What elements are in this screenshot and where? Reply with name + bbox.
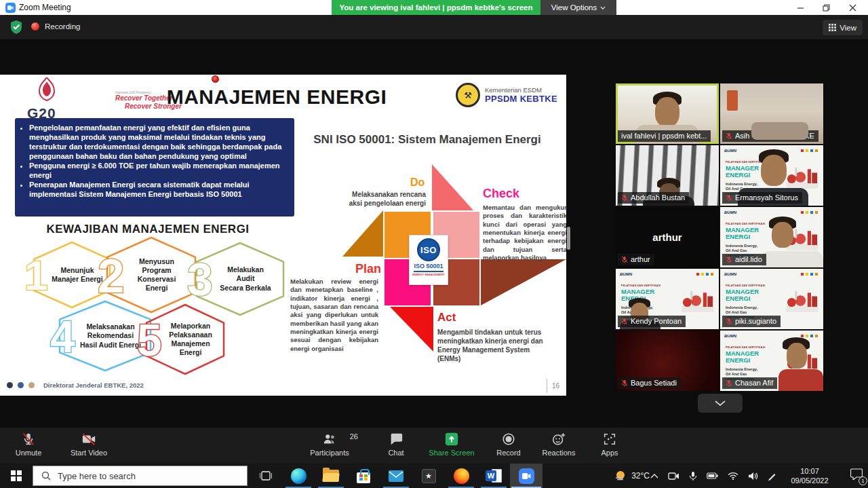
- chevron-down-icon: [600, 6, 606, 10]
- taskbar-mail[interactable]: [380, 464, 412, 488]
- participant-name-label: piki.sugianto: [722, 316, 781, 327]
- word-icon: W: [486, 468, 502, 483]
- participant-tile[interactable]: BUMN PELATIHAN DAN SERTIFIKASI MANAGER E…: [720, 269, 823, 329]
- participants-icon: [321, 432, 338, 447]
- reactions-button[interactable]: Reactions: [538, 432, 579, 457]
- taskbar-word[interactable]: W: [477, 464, 510, 488]
- taskbar-photos[interactable]: ★: [412, 464, 445, 488]
- taskbar-store[interactable]: [347, 464, 380, 488]
- camera-off-icon: [81, 432, 97, 447]
- taskbar-firefox[interactable]: [445, 464, 477, 488]
- photos-icon: ★: [422, 469, 436, 483]
- chevron-down-icon: [715, 400, 726, 406]
- minimize-button[interactable]: [787, 0, 814, 15]
- tray-battery-icon[interactable]: [707, 464, 718, 488]
- muted-mic-icon: [621, 318, 628, 325]
- pdca-act-text: Mengambil tindakan untuk terus meningkat…: [437, 328, 549, 363]
- notification-badge: 1: [859, 476, 867, 485]
- taskbar-edge[interactable]: [282, 464, 315, 488]
- muted-mic-icon: [726, 256, 732, 263]
- start-button[interactable]: [0, 464, 33, 488]
- taskbar-file-explorer[interactable]: [315, 464, 347, 488]
- participant-name-label: Abdullah Bustan: [618, 192, 689, 204]
- participant-name-label: Bagus Setiadi: [618, 377, 681, 389]
- restore-button[interactable]: [812, 0, 840, 15]
- participant-tile[interactable]: Bagus Setiadi: [616, 331, 719, 391]
- pdca-plan-label: Plan: [355, 262, 381, 276]
- unmute-button[interactable]: Unmute: [7, 432, 50, 457]
- pdca-plan-text: Melakukan review energi dan menetapkan b…: [290, 278, 378, 353]
- window-title: Zoom Meeting: [19, 3, 71, 12]
- meeting-header-bar: Recording View: [0, 15, 868, 39]
- participant-name-label: Kendy Pontoan: [618, 316, 686, 327]
- participant-tile[interactable]: ival fahlevi | ppsdm kebt...: [616, 83, 719, 144]
- search-icon: [41, 471, 51, 481]
- zoom-app-icon: [5, 3, 16, 13]
- participant-name-label: Ermansyah Sitorus: [722, 192, 802, 204]
- participant-name-label: arthur: [618, 254, 654, 265]
- view-layout-button[interactable]: View: [823, 20, 863, 35]
- taskbar-apps: ★ W: [282, 464, 542, 488]
- shared-screen-slide: G20 INDONESIA 2022 Indonesia G20 Preside…: [0, 75, 566, 396]
- view-options-button[interactable]: View Options: [540, 0, 616, 15]
- obligation-hexagons: 1Menunjuk Manajer Energi 2Menyusun Progr…: [0, 75, 298, 396]
- store-icon: [357, 472, 370, 483]
- slide-footer: Direktorat Jenderal EBTKE, 2022: [7, 381, 144, 389]
- taskbar-zoom[interactable]: [510, 464, 542, 488]
- muted-mic-icon: [621, 379, 628, 387]
- taskbar-weather[interactable]: 32°C: [614, 464, 650, 488]
- task-view-button[interactable]: [252, 464, 279, 488]
- search-input[interactable]: [58, 471, 227, 481]
- page-number-divider: [547, 379, 547, 393]
- participant-name-label: ival fahlevi | ppsdm kebt...: [618, 130, 711, 142]
- tray-speaker-icon[interactable]: [748, 464, 758, 488]
- mail-icon: [389, 470, 403, 482]
- clock-time: 10:07: [785, 466, 834, 476]
- tray-mic-icon[interactable]: [689, 464, 697, 488]
- record-button[interactable]: Record: [492, 432, 525, 457]
- reactions-icon: [551, 432, 566, 447]
- taskbar-search[interactable]: [33, 466, 248, 486]
- record-icon: [501, 432, 516, 447]
- pdca-act-label: Act: [437, 311, 456, 324]
- tray-camera-icon[interactable]: [668, 464, 679, 488]
- participant-name-label: Chasan Afif: [722, 377, 777, 389]
- participant-tile[interactable]: BUMN PELATIHAN DAN SERTIFIKASI MANAGER E…: [616, 269, 719, 329]
- action-center-button[interactable]: 1: [850, 468, 863, 483]
- participants-button[interactable]: 26 Participants: [305, 432, 354, 457]
- participant-name-label: Asih - PPSDM KEBTKE: [722, 130, 818, 142]
- share-scrollbar[interactable]: [567, 227, 570, 250]
- participant-tile[interactable]: Abdullah Bustan: [616, 145, 719, 206]
- refinery-illustration: [680, 286, 715, 315]
- apps-button[interactable]: Apps: [594, 432, 625, 457]
- collapse-panel-button[interactable]: [698, 394, 743, 413]
- esdm-emblem-icon: ⚒: [456, 83, 480, 107]
- obligation-hex-5: 5Melaporkan Pelaksanaan Manajemen Energi: [145, 303, 225, 375]
- task-view-icon: [260, 470, 272, 481]
- tray-pen-icon[interactable]: [768, 464, 776, 488]
- share-screen-button[interactable]: Share Screen: [422, 432, 481, 457]
- taskbar-clock[interactable]: 10:07 09/05/2022: [785, 466, 834, 486]
- chat-icon: [389, 432, 403, 447]
- security-shield-icon[interactable]: [9, 20, 23, 37]
- footer-dot: [7, 382, 13, 388]
- footer-dot: [28, 382, 35, 388]
- tray-expand-icon[interactable]: [650, 464, 658, 488]
- participant-tile[interactable]: Asih - PPSDM KEBTKE: [720, 83, 823, 144]
- tray-wifi-icon[interactable]: [728, 464, 738, 488]
- footer-dot: [18, 382, 24, 388]
- participant-tile[interactable]: arthurarthur: [616, 207, 719, 267]
- ministry-logo: ⚒ Kementerian ESDM PPSDM KEBTKE: [456, 83, 557, 107]
- start-video-button[interactable]: Start Video: [65, 432, 113, 457]
- file-explorer-icon: [323, 470, 339, 482]
- close-button[interactable]: [839, 0, 866, 15]
- participant-tile[interactable]: BUMN PELATIHAN DAN SERTIFIKASI MANAGER E…: [720, 145, 823, 206]
- participant-tile[interactable]: BUMN PELATIHAN DAN SERTIFIKASI MANAGER E…: [720, 331, 823, 391]
- refinery-illustration: [785, 163, 820, 191]
- chat-button[interactable]: Chat: [380, 432, 412, 457]
- edge-icon: [291, 468, 307, 484]
- participant-name-label: aidil.lido: [722, 254, 766, 265]
- obligation-label: Melaporkan Pelaksanaan Manajemen Energi: [145, 303, 225, 375]
- participant-tile[interactable]: BUMN PELATIHAN DAN SERTIFIKASI MANAGER E…: [720, 207, 823, 267]
- participants-count: 26: [350, 432, 358, 440]
